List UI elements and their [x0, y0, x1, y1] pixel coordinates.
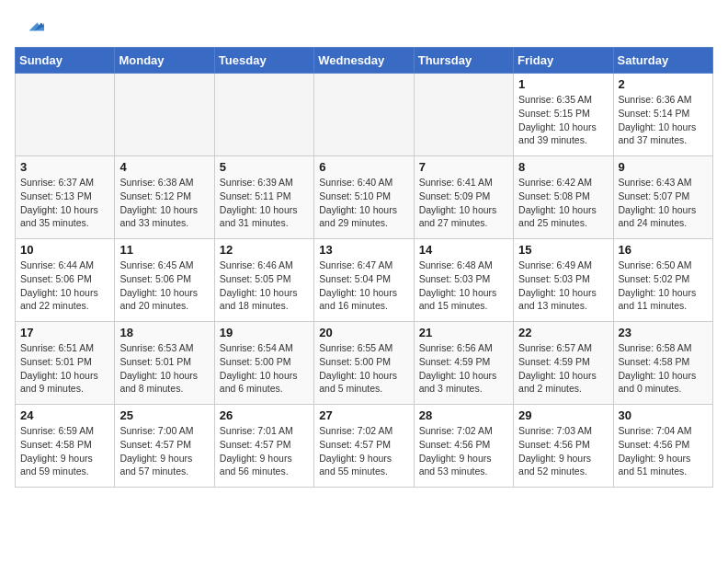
day-info: Sunrise: 6:54 AMSunset: 5:00 PMDaylight:…: [220, 341, 309, 396]
day-info: Sunrise: 7:01 AMSunset: 4:57 PMDaylight:…: [220, 424, 309, 478]
day-info: Sunrise: 6:38 AMSunset: 5:12 PMDaylight:…: [119, 176, 209, 230]
calendar-cell: 17Sunrise: 6:51 AMSunset: 5:01 PMDayligh…: [16, 322, 115, 405]
day-number: 8: [518, 160, 608, 174]
day-info: Sunrise: 6:36 AMSunset: 5:14 PMDaylight:…: [619, 93, 708, 147]
calendar-week-2: 3Sunrise: 6:37 AMSunset: 5:13 PMDaylight…: [16, 156, 713, 239]
calendar-cell: 4Sunrise: 6:38 AMSunset: 5:12 PMDaylight…: [115, 156, 214, 239]
day-info: Sunrise: 6:53 AMSunset: 5:01 PMDaylight:…: [119, 341, 209, 396]
day-number: 30: [619, 408, 708, 422]
day-number: 12: [220, 243, 309, 257]
calendar-cell: 6Sunrise: 6:40 AMSunset: 5:10 PMDaylight…: [314, 156, 414, 239]
day-info: Sunrise: 6:47 AMSunset: 5:04 PMDaylight:…: [319, 259, 408, 313]
day-info: Sunrise: 6:56 AMSunset: 4:59 PMDaylight:…: [419, 341, 508, 396]
day-number: 25: [119, 408, 209, 422]
day-info: Sunrise: 6:42 AMSunset: 5:08 PMDaylight:…: [518, 176, 608, 230]
calendar-cell: 12Sunrise: 6:46 AMSunset: 5:05 PMDayligh…: [214, 239, 313, 322]
day-number: 23: [619, 326, 708, 339]
calendar-cell: [16, 74, 115, 156]
day-header-friday: Friday: [514, 48, 613, 74]
day-info: Sunrise: 7:03 AMSunset: 4:56 PMDaylight:…: [518, 424, 608, 478]
day-number: 18: [119, 326, 209, 339]
calendar-cell: 7Sunrise: 6:41 AMSunset: 5:09 PMDaylight…: [414, 156, 513, 239]
day-number: 15: [518, 243, 608, 257]
calendar-cell: 26Sunrise: 7:01 AMSunset: 4:57 PMDayligh…: [214, 405, 313, 488]
day-number: 29: [518, 408, 608, 422]
day-info: Sunrise: 6:35 AMSunset: 5:15 PMDaylight:…: [518, 93, 608, 147]
day-number: 6: [319, 160, 408, 174]
day-info: Sunrise: 6:50 AMSunset: 5:02 PMDaylight:…: [619, 259, 708, 313]
day-number: 4: [119, 160, 209, 174]
calendar-header-row: SundayMondayTuesdayWednesdayThursdayFrid…: [16, 48, 713, 74]
calendar-cell: [115, 74, 214, 156]
calendar-cell: 1Sunrise: 6:35 AMSunset: 5:15 PMDaylight…: [514, 74, 613, 156]
calendar-cell: 16Sunrise: 6:50 AMSunset: 5:02 PMDayligh…: [613, 239, 712, 322]
calendar-cell: 8Sunrise: 6:42 AMSunset: 5:08 PMDaylight…: [514, 156, 613, 239]
calendar-cell: 25Sunrise: 7:00 AMSunset: 4:57 PMDayligh…: [115, 405, 214, 488]
day-header-thursday: Thursday: [414, 48, 513, 74]
day-info: Sunrise: 6:46 AMSunset: 5:05 PMDaylight:…: [220, 259, 309, 313]
calendar-cell: 20Sunrise: 6:55 AMSunset: 5:00 PMDayligh…: [314, 322, 414, 405]
day-number: 28: [419, 408, 508, 422]
day-info: Sunrise: 6:40 AMSunset: 5:10 PMDaylight:…: [319, 176, 408, 230]
day-number: 17: [20, 326, 109, 339]
day-number: 2: [619, 77, 708, 91]
calendar-cell: [314, 74, 414, 156]
day-number: 14: [419, 243, 508, 257]
day-header-sunday: Sunday: [16, 48, 115, 74]
day-number: 10: [20, 243, 109, 257]
calendar-cell: 30Sunrise: 7:04 AMSunset: 4:56 PMDayligh…: [613, 405, 712, 488]
calendar-cell: 11Sunrise: 6:45 AMSunset: 5:06 PMDayligh…: [115, 239, 214, 322]
day-info: Sunrise: 6:39 AMSunset: 5:11 PMDaylight:…: [220, 176, 309, 230]
day-number: 16: [619, 243, 708, 257]
calendar-cell: 15Sunrise: 6:49 AMSunset: 5:03 PMDayligh…: [514, 239, 613, 322]
calendar-cell: 3Sunrise: 6:37 AMSunset: 5:13 PMDaylight…: [16, 156, 115, 239]
day-info: Sunrise: 6:55 AMSunset: 5:00 PMDaylight:…: [319, 341, 408, 396]
logo: [15, 15, 48, 38]
calendar-cell: 28Sunrise: 7:02 AMSunset: 4:56 PMDayligh…: [414, 405, 513, 488]
calendar-week-1: 1Sunrise: 6:35 AMSunset: 5:15 PMDaylight…: [16, 74, 713, 156]
day-number: 11: [119, 243, 209, 257]
calendar-cell: [414, 74, 513, 156]
calendar-cell: 9Sunrise: 6:43 AMSunset: 5:07 PMDaylight…: [613, 156, 712, 239]
day-number: 7: [419, 160, 508, 174]
day-number: 1: [518, 77, 608, 91]
calendar-cell: 22Sunrise: 6:57 AMSunset: 4:59 PMDayligh…: [514, 322, 613, 405]
day-info: Sunrise: 7:00 AMSunset: 4:57 PMDaylight:…: [119, 424, 209, 478]
calendar-cell: 19Sunrise: 6:54 AMSunset: 5:00 PMDayligh…: [214, 322, 313, 405]
day-info: Sunrise: 6:59 AMSunset: 4:58 PMDaylight:…: [20, 424, 109, 478]
calendar-cell: 27Sunrise: 7:02 AMSunset: 4:57 PMDayligh…: [314, 405, 414, 488]
day-info: Sunrise: 6:51 AMSunset: 5:01 PMDaylight:…: [20, 341, 109, 396]
page-header: [15, 15, 713, 38]
day-header-saturday: Saturday: [613, 48, 712, 74]
day-number: 22: [518, 326, 608, 339]
day-number: 26: [220, 408, 309, 422]
calendar-cell: 13Sunrise: 6:47 AMSunset: 5:04 PMDayligh…: [314, 239, 414, 322]
day-info: Sunrise: 6:57 AMSunset: 4:59 PMDaylight:…: [518, 341, 608, 396]
calendar-week-5: 24Sunrise: 6:59 AMSunset: 4:58 PMDayligh…: [16, 405, 713, 488]
calendar-cell: 23Sunrise: 6:58 AMSunset: 4:58 PMDayligh…: [613, 322, 712, 405]
day-number: 27: [319, 408, 408, 422]
day-info: Sunrise: 7:04 AMSunset: 4:56 PMDaylight:…: [619, 424, 708, 478]
day-number: 9: [619, 160, 708, 174]
calendar-cell: 21Sunrise: 6:56 AMSunset: 4:59 PMDayligh…: [414, 322, 513, 405]
day-number: 20: [319, 326, 408, 339]
day-header-monday: Monday: [115, 48, 214, 74]
day-number: 24: [20, 408, 109, 422]
calendar-cell: 29Sunrise: 7:03 AMSunset: 4:56 PMDayligh…: [514, 405, 613, 488]
day-info: Sunrise: 6:49 AMSunset: 5:03 PMDaylight:…: [518, 259, 608, 313]
day-info: Sunrise: 6:43 AMSunset: 5:07 PMDaylight:…: [619, 176, 708, 230]
calendar-cell: 5Sunrise: 6:39 AMSunset: 5:11 PMDaylight…: [214, 156, 313, 239]
calendar-cell: 10Sunrise: 6:44 AMSunset: 5:06 PMDayligh…: [16, 239, 115, 322]
calendar-cell: [214, 74, 313, 156]
day-number: 5: [220, 160, 309, 174]
day-info: Sunrise: 6:44 AMSunset: 5:06 PMDaylight:…: [20, 259, 109, 313]
day-info: Sunrise: 7:02 AMSunset: 4:56 PMDaylight:…: [419, 424, 508, 478]
calendar-cell: 24Sunrise: 6:59 AMSunset: 4:58 PMDayligh…: [16, 405, 115, 488]
calendar-cell: 18Sunrise: 6:53 AMSunset: 5:01 PMDayligh…: [115, 322, 214, 405]
day-info: Sunrise: 6:41 AMSunset: 5:09 PMDaylight:…: [419, 176, 508, 230]
day-number: 19: [220, 326, 309, 339]
calendar-table: SundayMondayTuesdayWednesdayThursdayFrid…: [15, 47, 713, 488]
calendar-cell: 14Sunrise: 6:48 AMSunset: 5:03 PMDayligh…: [414, 239, 513, 322]
day-info: Sunrise: 6:45 AMSunset: 5:06 PMDaylight:…: [119, 259, 209, 313]
day-info: Sunrise: 6:48 AMSunset: 5:03 PMDaylight:…: [419, 259, 508, 313]
